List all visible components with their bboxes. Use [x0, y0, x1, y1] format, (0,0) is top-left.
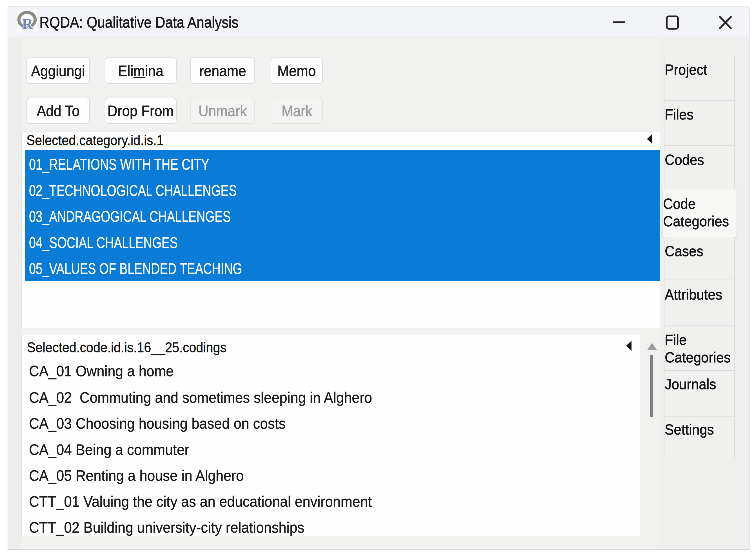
svg-text:R: R	[22, 16, 33, 32]
